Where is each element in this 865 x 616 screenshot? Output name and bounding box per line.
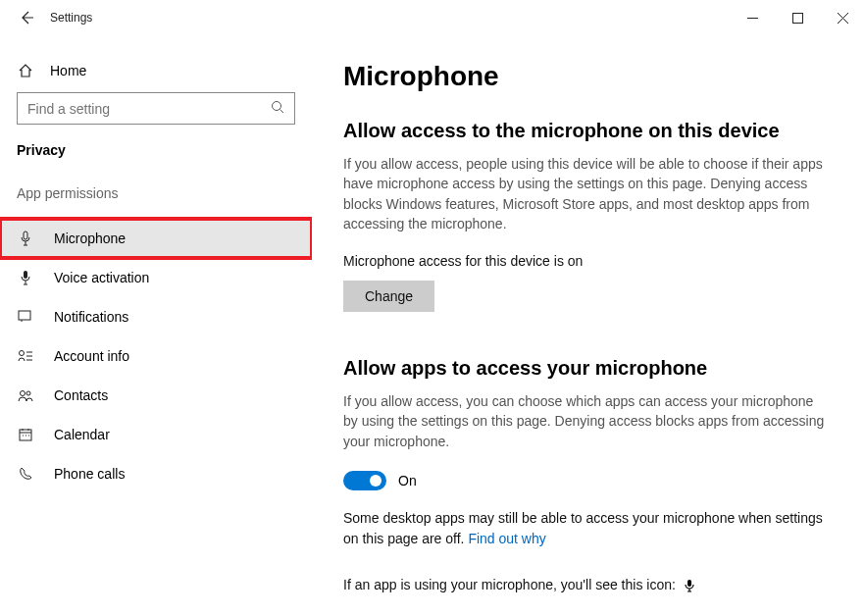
section-body: If you allow access, people using this d… [343,154,832,233]
minimize-button[interactable] [730,2,775,33]
search-box[interactable] [17,92,295,125]
close-icon [838,13,848,24]
svg-rect-0 [792,13,802,23]
sidebar-item-notifications[interactable]: Notifications [0,297,312,336]
microphone-icon [17,270,34,285]
sidebar-item-label: Voice activation [54,270,149,285]
minimize-icon [747,13,758,24]
find-out-why-link[interactable]: Find out why [468,531,545,546]
sidebar-item-voice-activation[interactable]: Voice activation [0,258,312,297]
desktop-apps-note: Some desktop apps may still be able to a… [343,508,832,549]
microphone-icon [684,579,695,592]
sidebar-item-phone-calls[interactable]: Phone calls [0,454,312,493]
svg-point-7 [26,391,30,395]
home-link[interactable]: Home [0,59,312,92]
search-input[interactable] [27,101,271,117]
svg-point-6 [21,391,25,396]
section-heading: Allow apps to access your microphone [343,357,832,380]
section-body: If you allow access, you can choose whic… [343,391,832,451]
svg-rect-3 [24,271,27,279]
sidebar-item-label: Calendar [54,427,110,442]
maximize-icon [792,13,803,24]
svg-point-5 [20,351,25,356]
sidebar-item-label: Notifications [54,309,128,325]
sidebar-item-account-info[interactable]: Account info [0,336,312,376]
account-icon [17,349,34,363]
change-button[interactable]: Change [343,281,434,312]
section-heading: Allow access to the microphone on this d… [343,120,832,142]
home-icon [17,63,34,78]
device-status: Microphone access for this device is on [343,253,832,269]
svg-point-1 [273,101,281,110]
category-heading: Privacy [0,142,312,185]
notifications-icon [17,310,34,324]
icon-note: If an app is using your microphone, you'… [343,575,832,595]
window-title: Settings [50,11,92,25]
sidebar-item-label: Account info [54,348,129,364]
arrow-left-icon [19,10,34,26]
page-title: Microphone [343,61,832,92]
microphone-icon [17,231,34,246]
svg-rect-9 [687,580,691,587]
sidebar-item-microphone[interactable]: Microphone [0,219,312,258]
section-label: App permissions [0,185,312,219]
home-label: Home [50,63,86,78]
sidebar-item-label: Contacts [54,387,108,403]
apps-access-toggle[interactable] [343,471,386,490]
contacts-icon [17,388,34,402]
svg-rect-2 [24,231,27,239]
sidebar-item-contacts[interactable]: Contacts [0,376,312,415]
main-content: Microphone Allow access to the microphon… [312,35,865,616]
sidebar-item-calendar[interactable]: Calendar [0,415,312,454]
sidebar-item-label: Microphone [54,231,126,246]
phone-icon [17,467,34,481]
sidebar-item-label: Phone calls [54,466,125,482]
calendar-icon [17,428,34,441]
close-button[interactable] [820,2,865,33]
search-icon [271,100,284,118]
svg-rect-4 [19,311,30,320]
maximize-button[interactable] [775,2,820,33]
back-button[interactable] [12,10,41,26]
sidebar: Home Privacy App permissions Microphone [0,35,312,493]
toggle-label: On [398,473,417,488]
